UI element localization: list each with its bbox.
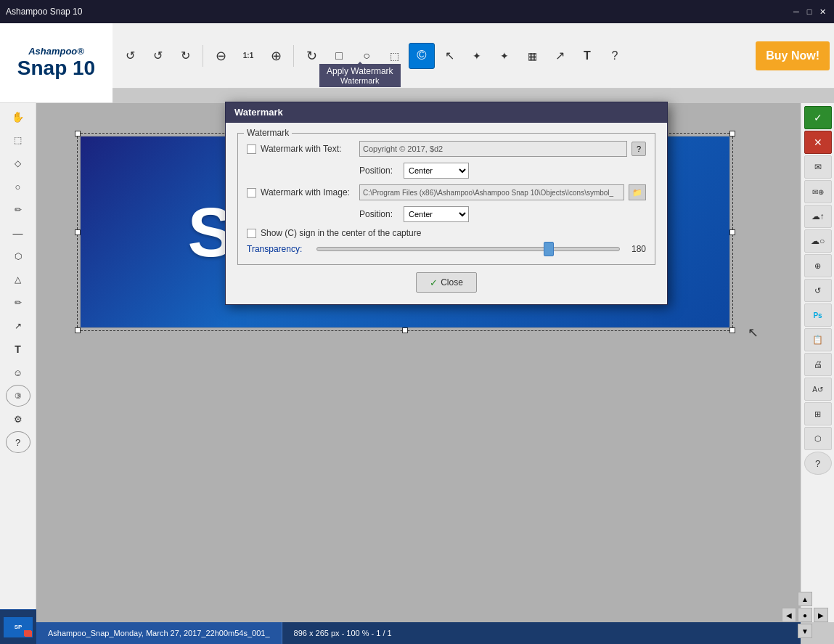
transparency-thumb[interactable]	[544, 242, 554, 256]
transparency-label: Transparency:	[247, 244, 312, 254]
dialog-overlay: Watermark Watermark Watermark with Text:…	[0, 0, 834, 644]
group-legend: Watermark	[244, 128, 292, 138]
watermark-image-row: Watermark with Image: 📁	[247, 184, 646, 200]
close-button-label: Close	[441, 277, 463, 288]
watermark-image-label: Watermark with Image:	[261, 187, 355, 197]
watermark-text-checkbox[interactable]	[247, 144, 256, 154]
text-position-label: Position:	[359, 166, 399, 176]
watermark-text-label: Watermark with Text:	[261, 144, 355, 154]
watermark-text-row: Watermark with Text: ?	[247, 141, 646, 157]
image-position-label: Position:	[359, 209, 399, 219]
watermark-dialog: Watermark Watermark Watermark with Text:…	[225, 102, 668, 305]
watermark-text-input[interactable]	[359, 141, 627, 157]
dialog-title: Watermark	[226, 102, 667, 123]
close-dialog-button[interactable]: ✓ Close	[416, 272, 477, 293]
transparency-row: Transparency: 180	[247, 244, 646, 254]
show-copyright-checkbox[interactable]	[247, 229, 256, 238]
show-copyright-label: Show (C) sign in the center of the captu…	[261, 228, 421, 238]
watermark-image-browse-button[interactable]: 📁	[629, 184, 646, 200]
image-position-row: Position: Center Top Left Top Right Bott…	[359, 206, 646, 222]
transparency-value: 180	[624, 244, 646, 254]
image-position-select[interactable]: Center Top Left Top Right Bottom Left Bo…	[404, 206, 469, 222]
watermark-image-checkbox[interactable]	[247, 188, 256, 197]
watermark-group: Watermark Watermark with Text: ? Positio…	[237, 133, 655, 265]
dialog-body: Watermark Watermark with Text: ? Positio…	[226, 123, 667, 304]
transparency-slider[interactable]	[316, 247, 620, 251]
watermark-text-help-button[interactable]: ?	[631, 142, 646, 156]
text-position-select[interactable]: Center Top Left Top Right Bottom Left Bo…	[404, 163, 469, 179]
watermark-image-input[interactable]	[359, 184, 624, 200]
show-copyright-row: Show (C) sign in the center of the captu…	[247, 228, 646, 238]
text-position-row: Position: Center Top Left Top Right Bott…	[359, 163, 646, 179]
close-check-icon: ✓	[430, 277, 438, 288]
